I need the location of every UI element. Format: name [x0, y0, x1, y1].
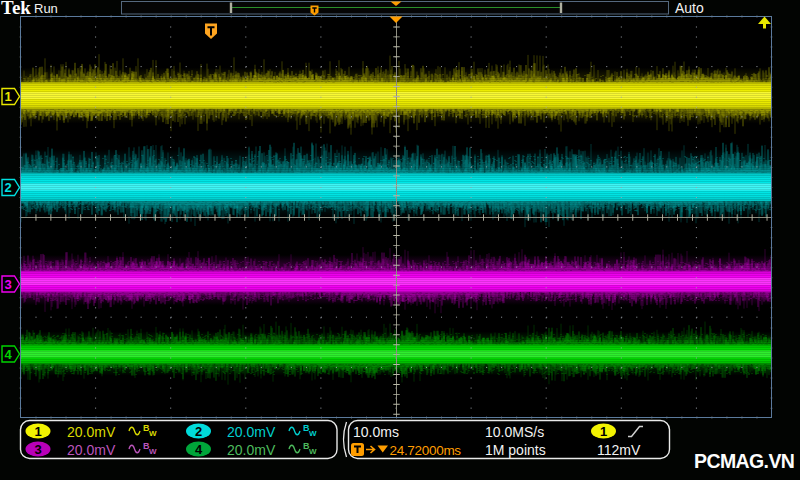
svg-text:20.0mV: 20.0mV: [227, 424, 276, 440]
svg-text:W: W: [149, 447, 157, 456]
svg-text:PCMAG.VN: PCMAG.VN: [694, 450, 794, 472]
svg-text:112mV: 112mV: [597, 442, 641, 458]
svg-text:1: 1: [600, 424, 607, 439]
svg-text:3: 3: [34, 442, 41, 457]
svg-text:10.0MS/s: 10.0MS/s: [485, 424, 544, 440]
svg-text:4: 4: [4, 347, 12, 362]
svg-text:W: W: [309, 447, 317, 456]
svg-text:24.72000ms: 24.72000ms: [390, 443, 462, 458]
svg-text:2: 2: [4, 180, 11, 195]
svg-text:Tek: Tek: [1, 0, 31, 18]
svg-text:20.0mV: 20.0mV: [67, 442, 116, 458]
svg-text:2: 2: [195, 424, 202, 439]
svg-text:20.0mV: 20.0mV: [227, 442, 276, 458]
svg-text:1M points: 1M points: [485, 442, 546, 458]
svg-text:W: W: [309, 429, 317, 438]
svg-text:3: 3: [4, 277, 11, 292]
svg-text:1: 1: [4, 89, 11, 104]
svg-text:1: 1: [34, 424, 41, 439]
svg-text:10.0ms: 10.0ms: [353, 424, 399, 440]
svg-text:20.0mV: 20.0mV: [67, 424, 116, 440]
svg-text:Auto: Auto: [675, 0, 704, 16]
svg-text:Run: Run: [34, 1, 58, 16]
svg-text:W: W: [149, 429, 157, 438]
svg-text:4: 4: [195, 442, 203, 457]
